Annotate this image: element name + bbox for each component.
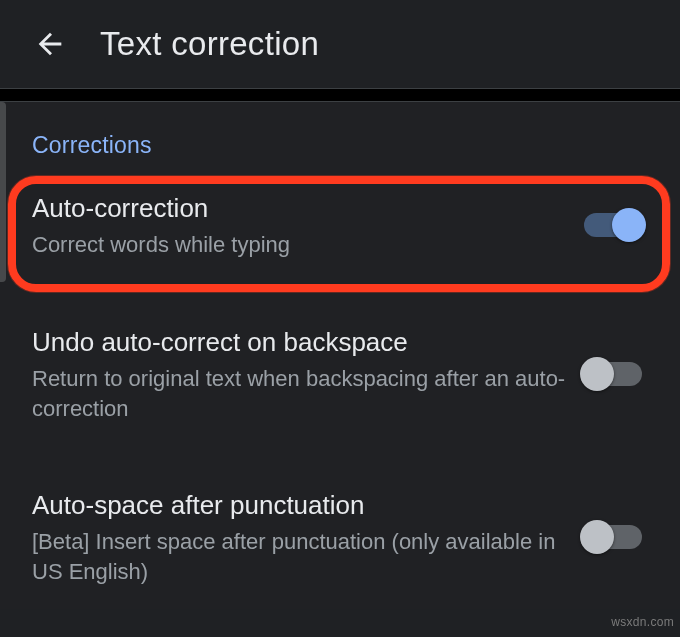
row-title: Undo auto-correct on backspace bbox=[32, 325, 568, 360]
toggle-undo-backspace[interactable] bbox=[584, 362, 642, 386]
appbar: Text correction bbox=[0, 0, 680, 88]
row-subtitle: Return to original text when backspacing… bbox=[32, 364, 568, 423]
row-text: Auto-correction Correct words while typi… bbox=[32, 191, 584, 260]
row-text: Auto-space after punctuation [Beta] Inse… bbox=[32, 488, 584, 586]
section-header-corrections: Corrections bbox=[0, 132, 680, 169]
toggle-knob bbox=[580, 357, 614, 391]
content: Corrections Auto-correction Correct word… bbox=[0, 102, 680, 609]
row-auto-correction[interactable]: Auto-correction Correct words while typi… bbox=[0, 169, 680, 282]
watermark: wsxdn.com bbox=[611, 615, 674, 629]
row-title: Auto-space after punctuation bbox=[32, 488, 568, 523]
appbar-divider bbox=[0, 88, 680, 102]
edge-indicator bbox=[0, 102, 6, 282]
toggle-knob bbox=[612, 208, 646, 242]
back-button[interactable] bbox=[28, 22, 72, 66]
toggle-knob bbox=[580, 520, 614, 554]
row-title: Auto-correction bbox=[32, 191, 568, 226]
toggle-auto-space[interactable] bbox=[584, 525, 642, 549]
row-subtitle: [Beta] Insert space after punctuation (o… bbox=[32, 527, 568, 586]
row-undo-backspace[interactable]: Undo auto-correct on backspace Return to… bbox=[0, 303, 680, 445]
row-subtitle: Correct words while typing bbox=[32, 230, 568, 260]
toggle-auto-correction[interactable] bbox=[584, 213, 642, 237]
arrow-back-icon bbox=[33, 27, 67, 61]
row-auto-space[interactable]: Auto-space after punctuation [Beta] Inse… bbox=[0, 466, 680, 608]
row-text: Undo auto-correct on backspace Return to… bbox=[32, 325, 584, 423]
page-title: Text correction bbox=[100, 25, 319, 63]
